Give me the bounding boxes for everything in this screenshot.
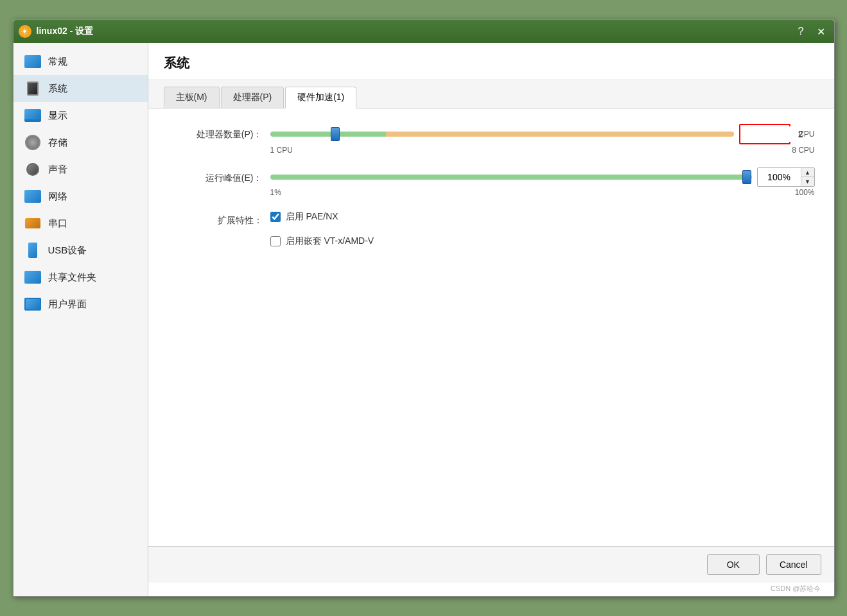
title-bar-left: ☀ linux02 - 设置 — [19, 25, 94, 38]
pae-nx-row[interactable]: 启用 PAE/NX — [270, 211, 374, 223]
general-icon — [24, 55, 42, 69]
storage-icon — [24, 135, 42, 150]
processor-count-row: 处理器数量(P)： ▲ — [168, 124, 815, 155]
execution-cap-max: 100% — [795, 188, 815, 197]
ok-button[interactable]: OK — [707, 554, 760, 575]
display-icon — [24, 108, 42, 123]
processor-count-unit: CPU — [798, 130, 814, 139]
title-bar-controls: ? ✕ — [794, 26, 829, 38]
serial-icon — [24, 216, 42, 230]
processor-count-control: ▲ ▼ CPU 1 CPU 8 CPU — [270, 124, 815, 155]
sidebar-item-audio[interactable]: 声音 — [13, 156, 148, 183]
window-body: 常规 系统 显示 存储 — [13, 43, 834, 596]
help-button[interactable]: ? — [794, 26, 808, 37]
execution-cap-spinbox[interactable]: ▲ ▼ — [757, 167, 815, 187]
sidebar-item-network[interactable]: 网络 — [13, 183, 148, 210]
tab-acceleration[interactable]: 硬件加速(1) — [285, 87, 356, 108]
tab-processor[interactable]: 处理器(P) — [221, 87, 284, 108]
sidebar-label-display: 显示 — [48, 110, 67, 122]
shared-icon — [24, 270, 42, 284]
pae-nx-label: 启用 PAE/NX — [286, 211, 338, 223]
sidebar-label-network: 网络 — [48, 191, 67, 203]
processor-count-min: 1 CPU — [270, 146, 293, 155]
sidebar-item-system[interactable]: 系统 — [13, 75, 148, 102]
close-button[interactable]: ✕ — [813, 26, 829, 38]
settings-window: ☀ linux02 - 设置 ? ✕ 常规 系统 — [13, 19, 835, 597]
extended-features-row: 扩展特性： 启用 PAE/NX 启用嵌套 VT-x/AMD-V — [168, 210, 815, 253]
processor-count-spinbox[interactable]: ▲ ▼ — [739, 124, 790, 144]
execution-cap-min: 1% — [270, 188, 281, 197]
execution-cap-range-labels: 1% 100% — [270, 188, 815, 197]
execution-cap-down[interactable]: ▼ — [801, 177, 814, 186]
processor-count-input[interactable] — [740, 126, 834, 142]
sidebar-item-general[interactable]: 常规 — [13, 48, 148, 75]
app-icon: ☀ — [19, 25, 31, 38]
sidebar-item-storage[interactable]: 存储 — [13, 129, 148, 156]
sidebar-item-display[interactable]: 显示 — [13, 102, 148, 129]
sidebar-item-shared[interactable]: 共享文件夹 — [13, 264, 148, 291]
tabs-bar: 主板(M) 处理器(P) 硬件加速(1) — [148, 80, 834, 108]
tab-motherboard[interactable]: 主板(M) — [164, 87, 220, 108]
execution-spinbox-buttons: ▲ ▼ — [801, 168, 814, 186]
execution-cap-control: ▲ ▼ 1% 100% — [270, 167, 815, 197]
processor-count-max: 8 CPU — [792, 146, 814, 155]
pae-nx-checkbox[interactable] — [270, 212, 281, 222]
processor-count-range-labels: 1 CPU 8 CPU — [270, 146, 815, 155]
sidebar-label-general: 常规 — [48, 56, 67, 68]
sidebar-label-usb: USB设备 — [48, 244, 87, 257]
audio-icon — [24, 162, 42, 176]
main-content: 系统 主板(M) 处理器(P) 硬件加速(1) 处理器数量(P)： — [148, 43, 834, 596]
network-icon — [24, 189, 42, 203]
execution-cap-up[interactable]: ▲ — [801, 168, 814, 177]
execution-cap-input[interactable] — [758, 169, 801, 185]
content-area: 处理器数量(P)： ▲ — [148, 108, 834, 546]
system-icon — [24, 81, 42, 96]
sidebar-item-usb[interactable]: USB设备 — [13, 237, 148, 264]
sidebar-label-storage: 存储 — [48, 137, 67, 149]
execution-cap-row: 运行峰值(E)： ▲ — [168, 167, 815, 197]
sidebar-label-serial: 串口 — [48, 218, 67, 230]
sidebar: 常规 系统 显示 存储 — [13, 43, 148, 596]
sidebar-label-audio: 声音 — [48, 164, 67, 176]
extended-features-label: 扩展特性： — [168, 210, 270, 227]
section-title: 系统 — [148, 43, 834, 80]
sidebar-label-shared: 共享文件夹 — [48, 271, 96, 284]
processor-count-label: 处理器数量(P)： — [168, 124, 270, 141]
nested-vt-row[interactable]: 启用嵌套 VT-x/AMD-V — [270, 235, 374, 247]
ui-icon — [24, 297, 42, 311]
nested-vt-label: 启用嵌套 VT-x/AMD-V — [286, 235, 374, 247]
processor-count-slider[interactable] — [270, 126, 735, 142]
sidebar-label-system: 系统 — [48, 83, 67, 95]
sidebar-item-serial[interactable]: 串口 — [13, 210, 148, 237]
window-title: linux02 - 设置 — [37, 26, 94, 37]
usb-icon — [24, 243, 42, 257]
nested-vt-checkbox[interactable] — [270, 236, 281, 246]
processor-count-thumb[interactable] — [331, 127, 340, 141]
watermark: CSDN @苏哈今 — [148, 583, 834, 596]
cancel-button[interactable]: Cancel — [766, 554, 821, 575]
sidebar-label-ui: 用户界面 — [48, 298, 87, 311]
execution-cap-thumb[interactable] — [742, 170, 751, 184]
execution-cap-label: 运行峰值(E)： — [168, 167, 270, 184]
bottom-bar: OK Cancel — [148, 546, 834, 583]
bottom-area: OK Cancel CSDN @苏哈今 — [148, 546, 834, 596]
sidebar-item-ui[interactable]: 用户界面 — [13, 291, 148, 318]
execution-cap-slider[interactable] — [270, 169, 752, 185]
title-bar: ☀ linux02 - 设置 ? ✕ — [13, 20, 834, 43]
